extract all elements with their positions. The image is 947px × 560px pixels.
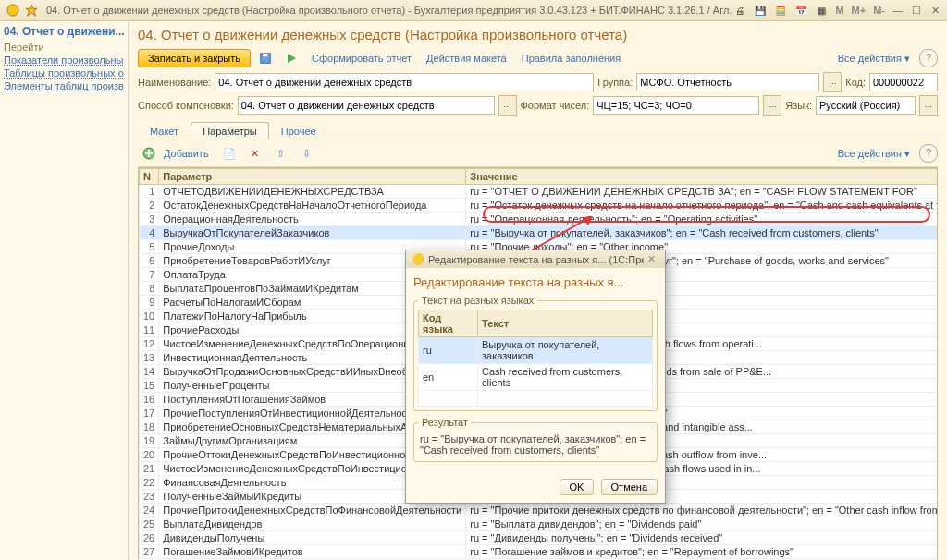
name-input[interactable] <box>215 73 594 91</box>
calc-icon[interactable]: 🧮 <box>773 3 788 18</box>
play-icon-button[interactable] <box>280 48 302 68</box>
dialog-ok-button[interactable]: OK <box>560 479 595 495</box>
col-value[interactable]: Значение <box>466 169 938 185</box>
languages-legend: Текст на разных языках <box>418 295 537 306</box>
app-icon <box>6 3 20 18</box>
save-icon[interactable]: 💾 <box>753 3 768 18</box>
help-icon[interactable]: ? <box>919 49 938 67</box>
table-row[interactable]: 1ОТЧЕТОДВИЖЕНИИДЕНЕЖНЫХСРЕДСТВЗАru = "ОТ… <box>140 185 939 199</box>
tab-params[interactable]: Параметры <box>191 122 269 140</box>
all-actions-dropdown[interactable]: Все действия ▾ <box>832 53 916 65</box>
form-report-link[interactable]: Сформировать отчет <box>306 53 417 64</box>
table-row[interactable]: 24ПрочиеПритокиДенежныхСредствПоФинансов… <box>140 504 939 517</box>
code-input[interactable] <box>869 73 938 91</box>
layout-method-input[interactable] <box>238 96 495 115</box>
m-plus-button[interactable]: M+ <box>849 4 869 17</box>
dialog-titlebar[interactable]: 🟡 Редактирование текста на разных я... (… <box>406 250 665 268</box>
lang-row-en[interactable]: enCash received from customers, clients <box>419 364 653 391</box>
group-input[interactable] <box>636 73 819 91</box>
lang-input[interactable] <box>816 96 916 115</box>
dialog-app-icon: 🟡 <box>412 253 424 265</box>
name-label: Наименование: <box>138 77 211 88</box>
languages-fieldset: Текст на разных языках Код языка Текст r… <box>413 295 658 411</box>
calendar-icon[interactable]: 📅 <box>793 3 808 18</box>
table-row[interactable]: 25ВыплатаДивидендовru = "Выплата дивиден… <box>140 517 939 531</box>
col-lang-code[interactable]: Код языка <box>419 310 478 337</box>
move-up-icon[interactable]: ⇧ <box>270 143 292 164</box>
result-fieldset: Результат ru = "Выручка от покупателей, … <box>413 417 658 462</box>
params-toolbar: Добавить 📄 ✕ ⇧ ⇩ Все действия ▾ ? <box>138 140 938 167</box>
svg-point-0 <box>7 5 18 16</box>
print-icon[interactable]: 🖨 <box>732 3 747 18</box>
copy-icon[interactable]: 📄 <box>218 143 240 164</box>
all-actions-params-dropdown[interactable]: Все действия ▾ <box>832 148 916 160</box>
nav-link-elements[interactable]: Элементы таблиц произв... <box>4 80 124 91</box>
layout-method-picker-button[interactable]: … <box>498 95 517 116</box>
nav-link-indicators[interactable]: Показатели произвольны... <box>4 55 124 66</box>
number-format-picker-button[interactable]: … <box>763 95 781 116</box>
lang-row-ru[interactable]: ruВыручка от покупателей, заказчиков <box>419 337 653 364</box>
lang-picker-button[interactable]: … <box>919 95 938 116</box>
navigation-panel: 04. Отчет о движени... Перейти Показател… <box>0 21 129 560</box>
result-legend: Результат <box>418 417 472 428</box>
col-param[interactable]: Параметр <box>159 169 466 185</box>
favorite-icon[interactable] <box>24 3 39 18</box>
table-row[interactable]: 4ВыручкаОтПокупателейЗаказчиковru = "Выр… <box>140 226 939 240</box>
svg-rect-3 <box>263 54 267 57</box>
tab-other[interactable]: Прочее <box>269 122 328 140</box>
table-row[interactable]: 3ОперационнаяДеятельностьru = "Операцион… <box>140 213 939 226</box>
save-and-close-button[interactable]: Записать и закрыть <box>138 49 251 67</box>
table-row[interactable]: 27ПогашениеЗаймовИКредитовru = "Погашени… <box>140 545 939 559</box>
svg-marker-1 <box>26 5 37 16</box>
code-label: Код: <box>845 77 866 88</box>
minimize-icon[interactable]: — <box>890 4 906 17</box>
maximize-icon[interactable]: ☐ <box>908 4 925 17</box>
number-format-label: Формат чисел: <box>521 100 590 111</box>
languages-grid[interactable]: Код языка Текст ruВыручка от покупателей… <box>418 310 653 407</box>
dialog-cancel-button[interactable]: Отмена <box>601 479 658 495</box>
dialog-heading: Редактирование текста на разных я... <box>413 275 658 289</box>
layout-actions-link[interactable]: Действия макета <box>421 53 512 64</box>
col-n[interactable]: N <box>140 169 159 185</box>
nav-section-label: Перейти <box>4 42 124 53</box>
number-format-input[interactable] <box>593 96 759 115</box>
group-label: Группа: <box>597 77 633 88</box>
layout-method-label: Способ компоновки: <box>138 100 234 111</box>
page-title: 04. Отчет о движении денежных средств (Н… <box>138 27 938 43</box>
m-button[interactable]: M <box>832 4 846 17</box>
result-text: ru = "Выручка от покупателей, заказчиков… <box>418 432 653 457</box>
save-icon-button[interactable] <box>254 48 277 68</box>
group-picker-button[interactable]: … <box>823 72 842 92</box>
lang-label: Язык: <box>785 100 812 111</box>
m-minus-button[interactable]: M- <box>870 4 888 17</box>
close-icon[interactable]: ✕ <box>927 4 943 17</box>
fill-rules-link[interactable]: Правила заполнения <box>516 53 627 64</box>
add-button[interactable]: Добавить <box>164 148 215 159</box>
edit-text-dialog: 🟡 Редактирование текста на разных я... (… <box>405 250 666 504</box>
help-params-icon[interactable]: ? <box>919 144 938 163</box>
nav-title: 04. Отчет о движени... <box>4 25 124 38</box>
lang-row-empty[interactable] <box>419 391 653 407</box>
table-row[interactable]: 26ДивидендыПолученыru = "Дивиденды получ… <box>140 531 939 545</box>
dialog-title: Редактирование текста на разных я... (1С… <box>428 254 644 265</box>
delete-icon[interactable]: ✕ <box>244 143 266 164</box>
tab-bar: Макет Параметры Прочее <box>138 122 938 140</box>
title-bar: 04. Отчет о движении денежных средств (Н… <box>0 0 947 21</box>
move-down-icon[interactable]: ⇩ <box>296 143 318 164</box>
dialog-close-icon[interactable]: ✕ <box>644 253 659 265</box>
col-lang-text[interactable]: Текст <box>478 310 653 337</box>
add-icon[interactable] <box>138 143 160 164</box>
table-row[interactable]: 2ОстатокДенежныхСредствНаНачалоОтчетного… <box>140 199 939 213</box>
grid-icon[interactable]: ▦ <box>814 3 829 18</box>
nav-link-tables[interactable]: Таблицы произвольных о... <box>4 67 124 79</box>
svg-marker-4 <box>288 54 296 63</box>
main-toolbar: Записать и закрыть Сформировать отчет Де… <box>138 48 938 68</box>
window-title: 04. Отчет о движении денежных средств (Н… <box>46 5 731 16</box>
tab-layout[interactable]: Макет <box>138 122 191 140</box>
